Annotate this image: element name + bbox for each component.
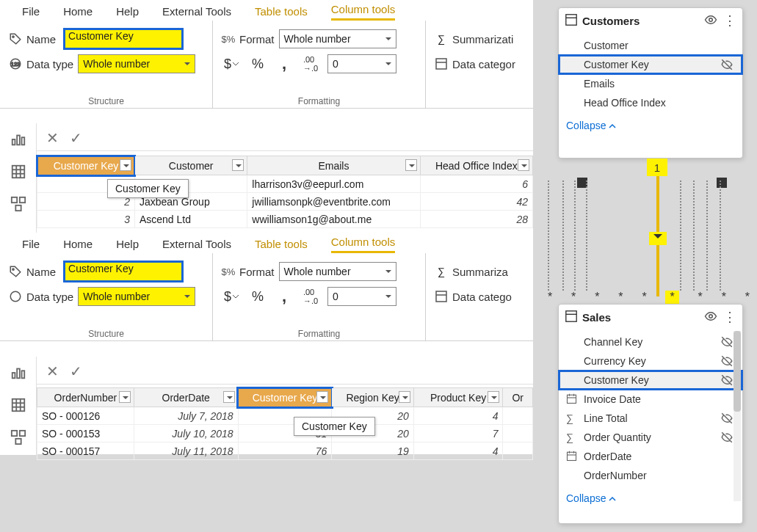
field-channel-key[interactable]: Channel Key: [559, 332, 742, 351]
col-customer-key[interactable]: Customer Key: [37, 156, 135, 175]
filter-icon[interactable]: [316, 391, 328, 403]
hidden-icon[interactable]: [720, 354, 734, 370]
decimals-select[interactable]: 0: [327, 287, 396, 306]
col-orderdate[interactable]: OrderDate: [134, 388, 238, 407]
svg-rect-15: [15, 205, 21, 211]
format-select[interactable]: Whole number: [279, 262, 396, 281]
menu-file[interactable]: File: [22, 238, 40, 253]
data-view-icon[interactable]: [8, 161, 29, 182]
decimal-icon[interactable]: .00→.0: [301, 286, 320, 307]
hidden-icon[interactable]: [720, 335, 734, 351]
scrollbar[interactable]: [734, 331, 741, 501]
table-row[interactable]: SO - 000157July 11, 201876194: [37, 442, 533, 460]
dotted-line: [693, 181, 695, 291]
cancel-icon[interactable]: ✕: [44, 130, 60, 146]
format-select[interactable]: Whole number: [279, 29, 396, 48]
data-view-icon[interactable]: [8, 395, 29, 415]
field-customer[interactable]: Customer: [559, 36, 742, 55]
col-ordernumber[interactable]: OrderNumber: [37, 388, 134, 407]
field-hoi[interactable]: Head Office Index: [559, 93, 742, 112]
pane-header[interactable]: Sales ⋮: [559, 305, 742, 329]
more-icon[interactable]: ⋮: [723, 309, 736, 325]
percent-button[interactable]: %: [248, 54, 267, 74]
commit-icon[interactable]: ✓: [68, 130, 84, 146]
eye-icon[interactable]: [704, 310, 719, 324]
filter-icon[interactable]: [232, 159, 244, 171]
currency-button[interactable]: $: [222, 286, 241, 307]
menu-home[interactable]: Home: [63, 238, 93, 253]
svg-rect-22: [21, 371, 24, 378]
more-icon[interactable]: ⋮: [723, 12, 736, 29]
group-label-structure: Structure: [0, 96, 212, 106]
datatype-select[interactable]: Whole number: [78, 287, 195, 306]
field-customer-key[interactable]: Customer Key: [559, 371, 742, 390]
col-customer-key[interactable]: Customer Key: [238, 388, 332, 407]
tab-column-tools[interactable]: Column tools: [331, 236, 396, 253]
table-row[interactable]: 3Ascend Ltdwwilliamson1g@about.me28: [37, 211, 533, 228]
field-line-total[interactable]: ∑Line Total: [559, 409, 742, 428]
table-row[interactable]: SO - 000126July 7, 2018204: [37, 407, 533, 425]
field-orderdate[interactable]: OrderDate: [559, 447, 742, 466]
report-view-icon[interactable]: [8, 129, 29, 150]
hidden-icon[interactable]: [720, 431, 734, 446]
menu-external-tools[interactable]: External Tools: [162, 238, 231, 253]
summarization-label: Summarizati: [452, 33, 513, 45]
tab-column-tools[interactable]: Column tools: [331, 3, 396, 21]
tab-table-tools[interactable]: Table tools: [255, 238, 308, 253]
hidden-icon[interactable]: [720, 374, 734, 389]
decimal-icon[interactable]: .00→.0: [301, 54, 320, 74]
dotted-line: [586, 181, 587, 291]
customers-pane[interactable]: Customers ⋮ Customer Customer Key Emails…: [558, 7, 743, 158]
menu-file[interactable]: File: [22, 5, 40, 21]
pane-header[interactable]: Customers ⋮: [559, 8, 742, 33]
decimals-select[interactable]: 0: [327, 54, 396, 73]
col-hoi[interactable]: Head Office Index: [420, 156, 532, 175]
field-emails[interactable]: Emails: [559, 74, 742, 93]
col-truncated[interactable]: Or: [503, 388, 533, 407]
field-order-quantity[interactable]: ∑Order Quantity: [559, 428, 742, 447]
filter-icon[interactable]: [405, 159, 417, 171]
filter-icon[interactable]: [223, 391, 235, 403]
table-row[interactable]: SO - 000153July 10, 201851207: [37, 425, 533, 442]
filter-icon[interactable]: [120, 159, 131, 171]
filter-icon[interactable]: [399, 391, 410, 403]
col-region-key[interactable]: Region Key: [332, 388, 413, 407]
dotted-line: [548, 181, 549, 291]
view-sidebar: [0, 123, 37, 233]
comma-button[interactable]: ,: [275, 286, 294, 307]
filter-icon[interactable]: [518, 159, 529, 171]
menu-home[interactable]: Home: [63, 5, 93, 21]
field-customer-key[interactable]: Customer Key: [559, 55, 742, 74]
collapse-link[interactable]: Collapse: [559, 115, 742, 136]
currency-button[interactable]: $: [222, 54, 241, 74]
menu-help[interactable]: Help: [116, 238, 139, 253]
eye-icon[interactable]: [704, 13, 719, 28]
field-invoice-date[interactable]: Invoice Date: [559, 390, 742, 409]
name-input[interactable]: Customer Key: [65, 262, 182, 281]
datatype-select[interactable]: Whole number: [78, 54, 195, 73]
cancel-icon[interactable]: ✕: [44, 363, 60, 379]
filter-icon[interactable]: [488, 391, 499, 403]
field-currency-key[interactable]: Currency Key: [559, 351, 742, 371]
menu-external-tools[interactable]: External Tools: [162, 5, 231, 21]
sales-pane[interactable]: Sales ⋮ Channel KeyCurrency KeyCustomer …: [558, 304, 743, 524]
hidden-icon[interactable]: [720, 412, 734, 427]
percent-button[interactable]: %: [248, 286, 267, 307]
hidden-icon[interactable]: [720, 58, 734, 73]
col-emails[interactable]: Emails: [247, 156, 420, 175]
name-input[interactable]: Customer Key: [65, 29, 182, 48]
col-product-key[interactable]: Product Key: [413, 388, 503, 407]
menu-help[interactable]: Help: [116, 5, 139, 21]
calendar-icon: [566, 393, 577, 407]
group-structure: Name Customer Key Data type Whole number…: [0, 253, 213, 340]
report-view-icon[interactable]: [8, 362, 29, 383]
model-view-icon[interactable]: [8, 194, 29, 214]
collapse-link[interactable]: Collapse: [559, 488, 742, 509]
comma-button[interactable]: ,: [275, 54, 294, 74]
col-customer[interactable]: Customer: [134, 156, 247, 175]
tab-table-tools[interactable]: Table tools: [255, 5, 308, 21]
filter-icon[interactable]: [119, 391, 131, 403]
field-ordernumber[interactable]: OrderNumber: [559, 466, 742, 485]
model-view-icon[interactable]: [8, 427, 29, 448]
commit-icon[interactable]: ✓: [68, 363, 84, 379]
